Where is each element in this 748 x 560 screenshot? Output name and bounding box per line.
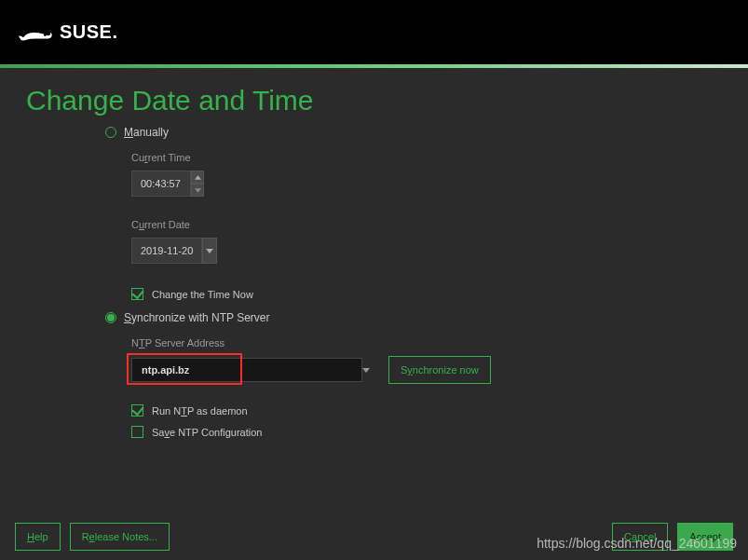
checkbox-on-icon (131, 288, 143, 300)
footer-bar: Help Release Notes... Cancel Accept (0, 523, 748, 551)
chameleon-icon (17, 20, 54, 45)
save-config-label: Save NTP Configuration (152, 427, 262, 438)
radio-manually[interactable]: Manually (105, 126, 722, 139)
current-date-label: Current Date (131, 219, 722, 230)
radio-on-icon (105, 312, 116, 323)
suse-logo: SUSE. (17, 20, 118, 45)
svg-point-0 (44, 34, 47, 36)
title-bar: SUSE. (0, 0, 748, 64)
check-change-now[interactable]: Change the Time Now (131, 288, 722, 300)
ntp-dropdown-button[interactable] (358, 359, 374, 381)
run-daemon-label: Run NTP as daemon (152, 405, 248, 417)
date-input[interactable] (131, 238, 202, 264)
chevron-down-icon (206, 249, 213, 253)
chevron-down-icon (362, 368, 370, 373)
check-save-config[interactable]: Save NTP Configuration (131, 426, 722, 438)
time-spinner[interactable] (191, 171, 204, 197)
help-button[interactable]: Help (15, 523, 61, 551)
page-title: Change Date and Time (26, 85, 722, 116)
ntp-server-input[interactable]: ntp.api.bz (131, 358, 362, 382)
radio-off-icon (105, 127, 116, 138)
main-content: Change Date and Time Manually Current Ti… (0, 68, 748, 512)
checkbox-off-icon (131, 426, 143, 438)
ntp-address-label: NTP Server Address (131, 337, 722, 348)
synchronize-now-button[interactable]: Synchronize now (388, 356, 491, 384)
check-run-daemon[interactable]: Run NTP as daemon (131, 404, 722, 417)
cancel-button[interactable]: Cancel (612, 523, 668, 551)
change-now-label: Change the Time Now (152, 289, 253, 300)
current-time-label: Current Time (131, 152, 722, 163)
checkbox-on-icon (131, 404, 143, 417)
release-notes-button[interactable]: Release Notes... (70, 523, 170, 551)
spin-down-icon[interactable] (191, 184, 204, 197)
current-time-field[interactable] (131, 171, 206, 197)
radio-sync-ntp[interactable]: Synchronize with NTP Server (105, 311, 722, 324)
spin-up-icon[interactable] (191, 171, 204, 184)
accept-button[interactable]: Accept (677, 523, 733, 551)
current-date-field[interactable] (131, 238, 217, 264)
time-input[interactable] (131, 171, 191, 197)
date-dropdown-button[interactable] (202, 238, 217, 264)
brand-text: SUSE. (60, 21, 118, 43)
